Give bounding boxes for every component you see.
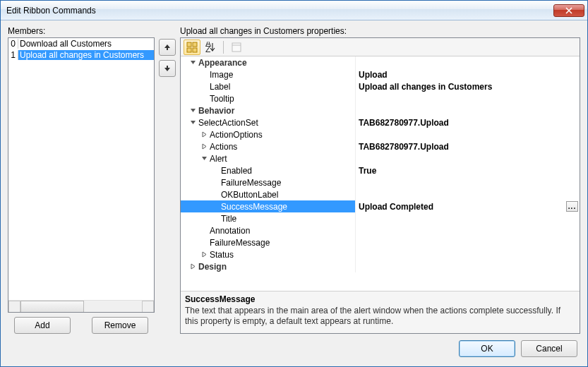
property-value-cell[interactable] <box>356 188 580 200</box>
property-row[interactable]: ActionOptions <box>181 128 580 140</box>
property-name-text: SuccessMessage <box>221 202 287 212</box>
svg-rect-3 <box>193 48 197 52</box>
members-item-index: 0 <box>8 39 18 49</box>
dialog-window: Edit Ribbon Commands Members: 0Download … <box>0 0 588 367</box>
property-row[interactable]: Title <box>181 212 580 224</box>
properties-label: Upload all changes in Customers properti… <box>180 26 580 36</box>
expander-spacer <box>212 179 220 186</box>
property-name-text: FailureMessage <box>210 238 270 248</box>
property-pages-button[interactable] <box>228 40 245 55</box>
expander-spacer <box>200 83 208 90</box>
property-category-row[interactable]: Appearance <box>181 56 580 68</box>
expander-spacer <box>212 167 220 174</box>
members-hscrollbar[interactable] <box>8 300 154 312</box>
property-value-cell[interactable]: Upload all changes in Customers <box>356 80 580 92</box>
close-button[interactable] <box>553 4 584 17</box>
property-name-cell: ActionOptions <box>181 128 356 140</box>
property-value-cell[interactable]: True <box>356 164 580 176</box>
cancel-button-label: Cancel <box>536 344 562 354</box>
property-value-cell[interactable] <box>356 104 580 116</box>
property-value-cell[interactable] <box>356 260 580 272</box>
property-row[interactable]: EnabledTrue <box>181 164 580 176</box>
property-value-cell[interactable]: Upload <box>356 68 580 80</box>
property-row[interactable]: ImageUpload <box>181 68 580 80</box>
help-title: SuccessMessage <box>185 294 575 304</box>
expander-spacer <box>200 95 208 102</box>
add-button[interactable]: Add <box>14 317 71 334</box>
alphabetical-button[interactable]: AZ <box>202 40 219 55</box>
property-value-cell[interactable] <box>356 224 580 236</box>
property-row[interactable]: ActionsTAB682780977.Upload <box>181 140 580 152</box>
property-value-cell[interactable] <box>356 92 580 104</box>
expander-open-icon[interactable] <box>189 59 197 66</box>
property-name-text: Image <box>210 70 233 80</box>
property-row[interactable]: Annotation <box>181 224 580 236</box>
property-grid-rows[interactable]: AppearanceImageUploadLabelUpload all cha… <box>181 56 580 291</box>
members-button-row: Add Remove <box>8 313 155 334</box>
members-list-item[interactable]: 0Download all Customers <box>8 38 154 49</box>
property-value-cell[interactable] <box>356 236 580 248</box>
property-category-row[interactable]: Behavior <box>181 104 580 116</box>
reorder-buttons <box>159 26 176 334</box>
move-down-button[interactable] <box>159 60 176 77</box>
expander-open-icon[interactable] <box>189 119 197 126</box>
svg-text:Z: Z <box>205 44 210 53</box>
members-panel: Members: 0Download all Customers1Upload … <box>8 26 155 334</box>
categorized-icon <box>186 42 198 53</box>
property-name-text: Annotation <box>210 226 250 236</box>
expander-closed-icon[interactable] <box>189 263 197 270</box>
scrollbar-thumb[interactable] <box>20 301 84 313</box>
expander-open-icon[interactable] <box>189 107 197 114</box>
arrow-down-icon <box>164 65 171 72</box>
property-row[interactable]: OKButtonLabel <box>181 188 580 200</box>
ellipsis-button[interactable]: ... <box>566 201 578 212</box>
property-name-cell: SelectActionSet <box>181 116 356 128</box>
property-value-cell[interactable] <box>356 176 580 188</box>
property-value-cell[interactable]: TAB682780977.Upload <box>356 140 580 152</box>
members-listbox[interactable]: 0Download all Customers1Upload all chang… <box>8 37 155 313</box>
property-row[interactable]: FailureMessage <box>181 176 580 188</box>
remove-button[interactable]: Remove <box>92 317 148 334</box>
property-value-text: Upload <box>359 70 388 80</box>
property-value-cell[interactable] <box>356 212 580 224</box>
property-value-cell[interactable] <box>356 152 580 164</box>
expander-open-icon[interactable] <box>200 155 208 162</box>
property-pages-icon <box>231 42 242 53</box>
property-value-cell[interactable] <box>356 56 580 68</box>
help-body: The text that appears in the main area o… <box>185 306 575 327</box>
svg-rect-1 <box>193 42 197 47</box>
property-category-row[interactable]: Design <box>181 260 580 272</box>
members-item-text: Upload all changes in Customers <box>18 50 154 60</box>
expander-closed-icon[interactable] <box>200 143 208 150</box>
ok-button-label: OK <box>481 344 493 354</box>
cancel-button[interactable]: Cancel <box>521 340 577 357</box>
property-value-cell[interactable] <box>356 128 580 140</box>
expander-closed-icon[interactable] <box>200 251 208 258</box>
property-name-cell: Behavior <box>181 104 356 116</box>
property-row[interactable]: LabelUpload all changes in Customers <box>181 80 580 92</box>
dialog-body: Members: 0Download all Customers1Upload … <box>1 20 587 366</box>
property-name-cell: Status <box>181 248 356 260</box>
property-name-text: Label <box>210 82 230 92</box>
property-name-text: Appearance <box>198 58 247 68</box>
property-row[interactable]: FailureMessage <box>181 236 580 248</box>
property-row[interactable]: SelectActionSetTAB682780977.Upload <box>181 116 580 128</box>
expander-closed-icon[interactable] <box>200 131 208 138</box>
property-name-cell: Tooltip <box>181 92 356 104</box>
toolbar-separator <box>223 41 224 54</box>
title-bar[interactable]: Edit Ribbon Commands <box>1 1 587 20</box>
property-value-cell[interactable]: Upload Completed... <box>356 200 580 212</box>
property-row[interactable]: Status <box>181 248 580 260</box>
property-row[interactable]: SuccessMessageUpload Completed... <box>181 200 580 212</box>
property-value-cell[interactable]: TAB682780977.Upload <box>356 116 580 128</box>
property-name-text: Enabled <box>221 166 252 176</box>
ok-button[interactable]: OK <box>459 340 515 357</box>
move-up-button[interactable] <box>159 39 176 56</box>
property-name-text: Behavior <box>198 106 234 116</box>
categorized-button[interactable] <box>184 40 200 55</box>
property-row[interactable]: Tooltip <box>181 92 580 104</box>
property-row[interactable]: Alert <box>181 152 580 164</box>
property-value-cell[interactable] <box>356 248 580 260</box>
property-name-text: Alert <box>210 154 227 164</box>
members-list-item[interactable]: 1Upload all changes in Customers <box>8 49 154 61</box>
